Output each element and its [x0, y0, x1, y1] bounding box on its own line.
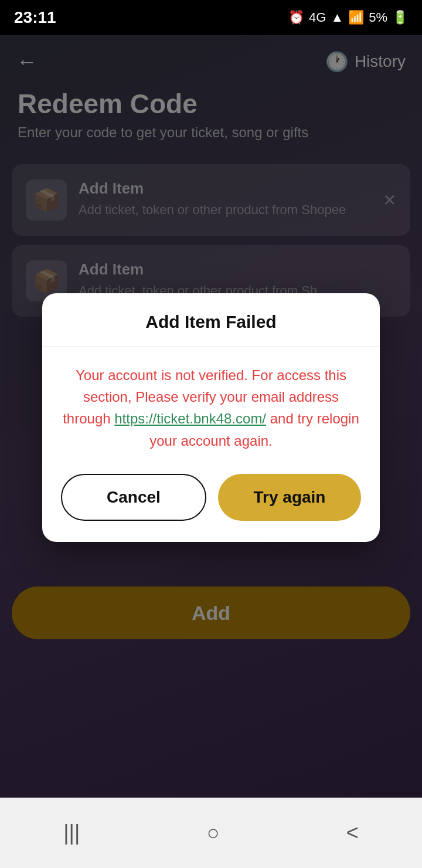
try-again-button[interactable]: Try again [218, 474, 361, 521]
status-icons: ⏰ 4G ▲ 📶 5% 🔋 [288, 10, 408, 25]
modal-actions: Cancel Try again [42, 469, 380, 542]
menu-nav-button[interactable]: ||| [45, 811, 98, 855]
modal-title: Add Item Failed [145, 312, 276, 331]
bottom-nav: ||| ○ < [0, 798, 422, 868]
modal-dialog: Add Item Failed Your account is not veri… [42, 293, 380, 542]
alarm-icon: ⏰ [288, 10, 304, 25]
bars-icon: 📶 [348, 10, 364, 25]
signal-icon: ▲ [331, 10, 343, 25]
network-icon: 4G [309, 10, 326, 25]
battery-icon: 🔋 [392, 10, 408, 25]
home-nav-button[interactable]: ○ [188, 811, 239, 855]
battery-text: 5% [369, 10, 387, 25]
modal-message: Your account is not verified. For access… [61, 364, 361, 452]
modal-header: Add Item Failed [42, 293, 380, 347]
back-nav-button[interactable]: < [328, 811, 377, 855]
modal-link[interactable]: https://ticket.bnk48.com/ [114, 411, 266, 426]
status-bar: 23:11 ⏰ 4G ▲ 📶 5% 🔋 [0, 0, 422, 35]
status-time: 23:11 [14, 8, 56, 27]
cancel-button[interactable]: Cancel [61, 474, 206, 521]
modal-body: Your account is not verified. For access… [42, 347, 380, 469]
